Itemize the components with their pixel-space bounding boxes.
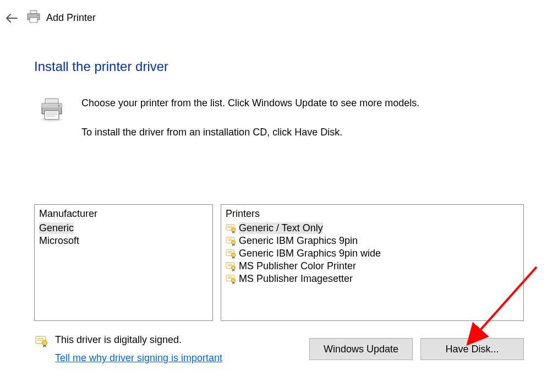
have-disk-button[interactable]: Have Disk... — [420, 338, 524, 360]
printer-item[interactable]: Generic / Text Only — [221, 222, 523, 235]
instruction-line-2: To install the driver from an installati… — [81, 126, 419, 139]
driver-signed-text: This driver is digitally signed. — [55, 334, 222, 346]
printer-item[interactable]: Generic IBM Graphics 9pin — [221, 235, 523, 247]
printers-header: Printers — [221, 205, 523, 222]
manufacturer-item[interactable]: Microsoft — [35, 235, 212, 247]
printer-illustration-icon — [39, 96, 65, 123]
svg-rect-5 — [45, 111, 59, 119]
svg-point-9 — [58, 105, 60, 107]
certificate-icon — [35, 335, 48, 349]
svg-rect-0 — [30, 10, 37, 14]
wizard-title: Add Printer — [46, 12, 96, 24]
printer-icon — [26, 10, 41, 26]
manufacturer-listbox[interactable]: Manufacturer GenericMicrosoft — [34, 204, 213, 321]
manufacturer-header: Manufacturer — [35, 205, 212, 222]
svg-point-33 — [42, 341, 47, 346]
printer-item[interactable]: MS Publisher Imagesetter — [221, 273, 523, 285]
svg-point-17 — [231, 241, 235, 244]
svg-point-25 — [231, 266, 235, 270]
printer-item[interactable]: MS Publisher Color Printer — [221, 260, 523, 273]
windows-update-button[interactable]: Windows Update — [309, 338, 413, 360]
svg-point-21 — [231, 253, 235, 257]
printer-item[interactable]: Generic IBM Graphics 9pin wide — [221, 247, 523, 260]
svg-rect-1 — [30, 18, 37, 23]
certificate-icon — [226, 236, 237, 246]
page-heading: Install the printer driver — [34, 59, 524, 74]
instruction-line-1: Choose your printer from the list. Click… — [81, 96, 419, 110]
certificate-icon — [226, 249, 237, 259]
certificate-icon — [226, 224, 237, 233]
svg-point-2 — [37, 15, 39, 16]
driver-signing-link[interactable]: Tell me why driver signing is important — [55, 352, 222, 364]
back-button[interactable] — [6, 12, 19, 25]
certificate-icon — [226, 274, 237, 284]
printers-listbox[interactable]: Printers Generic / Text OnlyGeneric IBM … — [221, 204, 524, 321]
svg-point-13 — [231, 228, 235, 232]
svg-point-29 — [231, 279, 235, 282]
certificate-icon — [226, 262, 237, 271]
manufacturer-item[interactable]: Generic — [35, 222, 212, 235]
